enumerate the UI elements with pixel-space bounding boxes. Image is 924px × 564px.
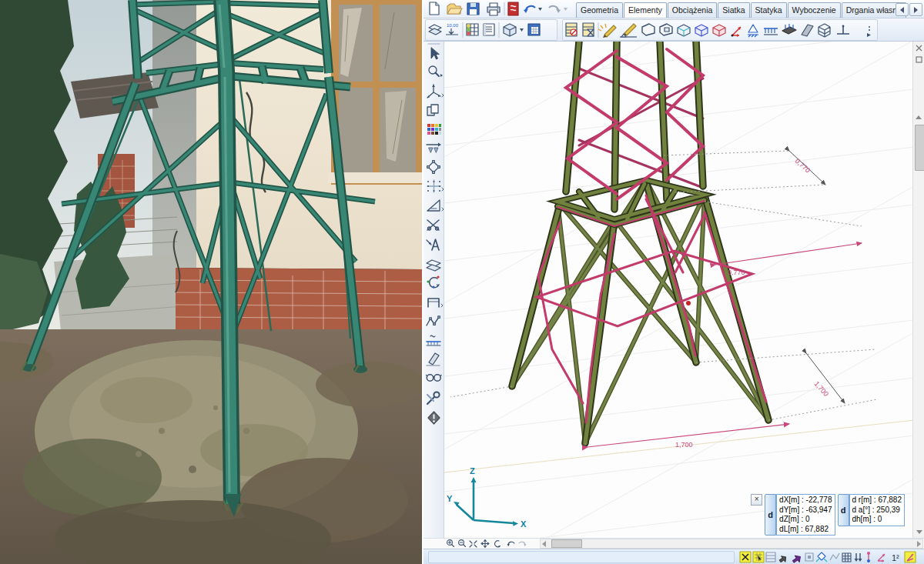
line-load-icon[interactable] [764, 28, 778, 35]
new-file-icon[interactable] [430, 2, 439, 15]
tab-geometria[interactable]: Geometria [576, 2, 623, 18]
section-box-icon[interactable] [678, 25, 690, 36]
save-file-icon[interactable] [467, 3, 479, 15]
move-icon[interactable] [427, 143, 441, 153]
node-snap-icon[interactable] [816, 552, 827, 562]
undo-dropdown-icon[interactable] [538, 8, 542, 11]
report-table-icon[interactable] [484, 24, 494, 35]
zoom-out-icon[interactable] [459, 540, 466, 547]
solid-box-red-icon[interactable] [713, 25, 725, 36]
select-icon[interactable] [431, 48, 439, 59]
undo-icon[interactable] [524, 6, 535, 13]
solid-box-blue-icon[interactable] [695, 25, 708, 36]
zoom-in-icon[interactable] [447, 540, 454, 547]
pdf-export-icon[interactable] [508, 2, 518, 15]
support-icon[interactable] [748, 25, 758, 37]
ucs-axes-icon[interactable] [427, 85, 444, 98]
restore-view-icon[interactable] [914, 55, 924, 65]
tab-obciążenia[interactable]: Obciążenia [668, 2, 718, 18]
view-options-icon[interactable] [427, 375, 442, 381]
scroll-right-icon[interactable] [917, 541, 921, 547]
exponent-display-icon[interactable]: 1² [892, 553, 899, 562]
tower-model[interactable] [512, 42, 768, 443]
beam-load-icon[interactable] [427, 335, 440, 345]
previous-view-icon[interactable] [507, 542, 515, 546]
pen-colors-icon[interactable] [427, 124, 441, 135]
draw-element-icon[interactable] [620, 24, 637, 37]
copy-icon[interactable] [427, 105, 438, 115]
draw-node-icon[interactable] [598, 24, 616, 38]
status-icons: 1² [739, 550, 922, 564]
tabs-scroll-right-icon[interactable] [909, 3, 922, 16]
tabs-scroll-left-icon[interactable] [896, 3, 909, 16]
measure-icon[interactable] [427, 200, 444, 211]
coord-value: 67,882 [878, 496, 902, 504]
save-view-icon[interactable] [528, 24, 540, 35]
scrollbar-thumb[interactable] [915, 125, 924, 171]
print-icon[interactable] [487, 3, 500, 15]
delta-toggle-button[interactable]: d [765, 494, 776, 536]
delta-toggle-button[interactable]: d [838, 494, 849, 526]
model-canvas[interactable]: 0,770 0,770 1,700 1,700 Z X Y [444, 42, 912, 538]
settings-icon[interactable] [427, 392, 440, 404]
frame-generator-icon[interactable] [428, 299, 443, 307]
copy-forward-bold-icon[interactable] [792, 553, 803, 564]
redo-icon[interactable] [549, 6, 561, 13]
pan-icon[interactable] [481, 540, 489, 548]
selection-filter-icon[interactable] [740, 552, 751, 562]
table-exclude-icon[interactable] [566, 23, 577, 36]
coord-label: dY[m] [779, 506, 805, 514]
node-square-icon[interactable] [805, 553, 813, 561]
close-view-icon[interactable] [914, 43, 924, 53]
divide-icon[interactable] [427, 220, 439, 230]
scroll-up-icon[interactable] [914, 112, 924, 122]
edit-node-icon[interactable] [427, 161, 440, 174]
local-axes-pink-icon[interactable] [878, 554, 885, 562]
tab-siatka[interactable]: Siatka [718, 2, 749, 18]
vertical-scrollbar[interactable] [912, 42, 924, 538]
coord-row: dh[m]0 [852, 515, 902, 525]
scrollbar-thumb[interactable] [551, 539, 582, 548]
orbit-icon[interactable] [495, 541, 500, 547]
panel-opening-icon[interactable] [660, 24, 672, 35]
layers-flat-icon[interactable] [427, 260, 440, 271]
wall-icon[interactable] [802, 25, 813, 36]
next-view-icon[interactable] [519, 542, 527, 546]
open-file-icon[interactable] [447, 4, 462, 14]
layers-icon[interactable] [429, 25, 441, 35]
table-sections-icon[interactable] [583, 23, 594, 36]
redo-dropdown-icon[interactable] [564, 8, 567, 11]
local-axes-icon[interactable] [732, 27, 742, 37]
surface-load-icon[interactable] [782, 24, 796, 34]
zoom-window-icon[interactable] [470, 541, 477, 547]
grid-snap-icon[interactable] [753, 552, 764, 562]
modify-icon[interactable] [427, 353, 440, 365]
scroll-left-icon[interactable] [542, 541, 546, 547]
renumber-icon[interactable] [427, 275, 439, 288]
node-numbering-icon[interactable] [867, 552, 870, 562]
table-view-icon[interactable] [766, 552, 775, 562]
annotate-icon[interactable] [427, 239, 439, 250]
close-icon[interactable]: × [751, 494, 762, 506]
copy-forward-icon[interactable] [778, 554, 788, 564]
snap-grid-icon[interactable] [427, 180, 444, 192]
result-table-icon[interactable] [467, 24, 478, 35]
mesh-grid-icon[interactable] [842, 553, 851, 562]
zoom-icon[interactable] [429, 66, 443, 77]
frame-3d-icon[interactable] [819, 24, 830, 37]
angle-snap-icon[interactable] [905, 552, 916, 562]
polyline-icon[interactable] [427, 316, 440, 325]
tab-elementy[interactable]: Elementy [624, 2, 667, 18]
tab-wyboczenie[interactable]: Wyboczenie [788, 2, 841, 18]
more-tools-icon[interactable] [867, 26, 871, 37]
member-release-icon[interactable] [837, 25, 849, 33]
info-icon[interactable] [428, 412, 440, 424]
horizontal-scrollbar[interactable] [540, 539, 923, 549]
panel-icon[interactable] [642, 24, 654, 35]
view-3d-dropdown-icon[interactable] [520, 28, 524, 32]
tab-statyka[interactable]: Statyka [751, 2, 787, 18]
dimension-style-icon[interactable]: 10.00 [446, 23, 459, 35]
view-3d-icon[interactable] [504, 24, 516, 36]
polyline-mode-icon[interactable] [830, 553, 839, 560]
double-arrow-down-icon[interactable] [855, 553, 862, 562]
